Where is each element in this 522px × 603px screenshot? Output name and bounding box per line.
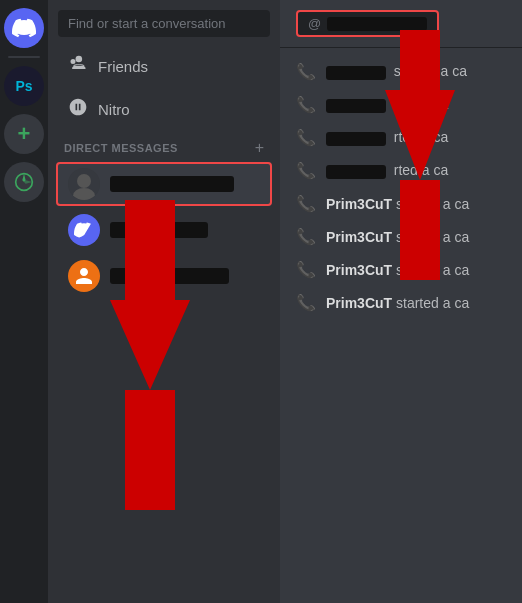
dm-avatar-1 xyxy=(68,168,100,200)
call-log-item: 📞 rted a ca xyxy=(280,122,522,153)
header-username-redacted xyxy=(327,17,427,31)
messages-area: 📞 started a ca 📞 rted a ca xyxy=(280,48,522,603)
call-log-item: 📞 started a ca xyxy=(280,56,522,87)
photoshop-icon[interactable]: Ps xyxy=(4,66,44,106)
dm-name-1: ████████████r xyxy=(110,176,234,192)
icon-bar: Ps + xyxy=(0,0,48,603)
dm-section-header: DIRECT MESSAGES + xyxy=(48,131,280,161)
call-text: rted a ca xyxy=(326,129,448,145)
call-icon: 📞 xyxy=(296,194,316,213)
call-text: Prim3CuT started a ca xyxy=(326,295,469,311)
call-icon: 📞 xyxy=(296,293,316,312)
nitro-label: Nitro xyxy=(98,101,130,118)
svg-marker-2 xyxy=(24,180,32,183)
call-icon: 📞 xyxy=(296,62,316,81)
call-icon: 📞 xyxy=(296,128,316,147)
explore-icon[interactable] xyxy=(4,162,44,202)
call-log-item: 📞 rted a ca xyxy=(280,155,522,186)
call-log-item: 📞 rted a ca xyxy=(280,89,522,120)
friends-icon xyxy=(68,54,88,79)
dm-item-3[interactable]: ████████████ xyxy=(56,254,272,298)
search-placeholder: Find or start a conversation xyxy=(68,16,226,31)
svg-point-4 xyxy=(77,174,91,188)
call-log-item: 📞 Prim3CuT started a ca xyxy=(280,188,522,219)
call-log-item: 📞 Prim3CuT started a ca xyxy=(280,254,522,285)
call-log-item: 📞 Prim3CuT started a ca xyxy=(280,287,522,318)
call-icon: 📞 xyxy=(296,95,316,114)
add-dm-button[interactable]: + xyxy=(255,139,264,157)
dm-item-1[interactable]: ████████████r xyxy=(56,162,272,206)
call-icon: 📞 xyxy=(296,260,316,279)
search-bar[interactable]: Find or start a conversation xyxy=(58,10,270,37)
sidebar-item-nitro[interactable]: Nitro xyxy=(56,89,272,130)
header-user-tag[interactable]: @ xyxy=(296,10,439,37)
call-text: Prim3CuT started a ca xyxy=(326,196,469,212)
svg-marker-1 xyxy=(22,174,25,182)
discord-icon[interactable] xyxy=(4,8,44,48)
dm-section-label: DIRECT MESSAGES xyxy=(64,142,178,154)
sidebar: Find or start a conversation Friends xyxy=(48,0,280,603)
main-content: @ 📞 started a ca 📞 xyxy=(280,0,522,603)
icon-bar-divider xyxy=(8,56,40,58)
call-log-item: 📞 Prim3CuT started a ca xyxy=(280,221,522,252)
at-symbol: @ xyxy=(308,16,321,31)
call-icon: 📞 xyxy=(296,227,316,246)
call-text: rted a ca xyxy=(326,162,448,178)
dm-name-2: ele████████ xyxy=(110,222,208,238)
dm-name-3: ████████████ xyxy=(110,268,229,284)
call-text: started a ca xyxy=(326,63,467,79)
call-text: Prim3CuT started a ca xyxy=(326,262,469,278)
call-text: rted a ca xyxy=(326,96,448,112)
friends-label: Friends xyxy=(98,58,148,75)
dm-item-2[interactable]: ele████████ xyxy=(56,208,272,252)
nitro-icon xyxy=(68,97,88,122)
main-header: @ xyxy=(280,0,522,48)
call-text: Prim3CuT started a ca xyxy=(326,229,469,245)
add-server-icon[interactable]: + xyxy=(4,114,44,154)
dm-avatar-3 xyxy=(68,260,100,292)
sidebar-item-friends[interactable]: Friends xyxy=(56,46,272,87)
dm-avatar-2 xyxy=(68,214,100,246)
call-icon: 📞 xyxy=(296,161,316,180)
